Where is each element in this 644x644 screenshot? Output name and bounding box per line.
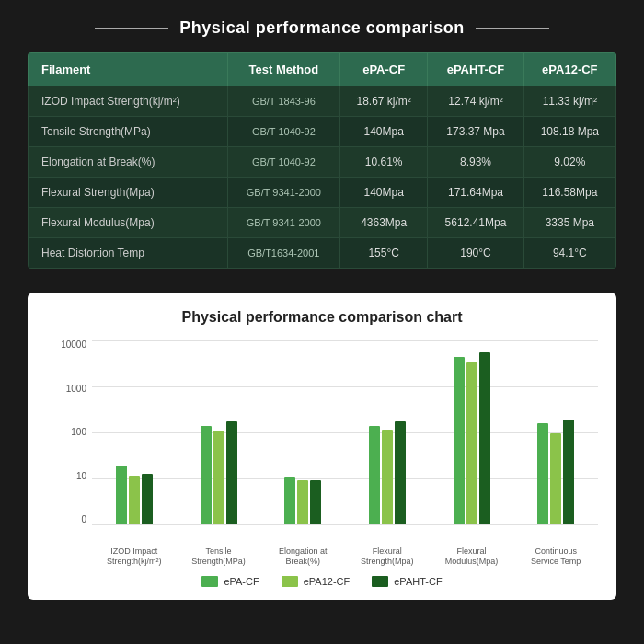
x-label: IZOD ImpactStrength(kj/m²) xyxy=(92,543,177,567)
table-row: Tensile Strength(MPa) GB/T 1040-92 140Mp… xyxy=(29,117,616,147)
cell-test-method: GB/T 1040-92 xyxy=(227,117,339,147)
cell-epaht-cf: 173.37 Mpa xyxy=(428,117,523,147)
bar-epa-cf xyxy=(369,426,380,524)
col-epa12-cf: ePA12-CF xyxy=(523,53,615,86)
table-row: IZOD Impact Strength(kj/m²) GB/T 1843-96… xyxy=(29,86,616,117)
cell-epaht-cf: 8.93% xyxy=(428,147,523,178)
legend-label-epa12-cf: ePA12-CF xyxy=(304,576,351,587)
legend-swatch-epa12-cf xyxy=(282,576,298,587)
bar-epaht-cf xyxy=(310,480,321,524)
bar-group xyxy=(92,340,177,524)
bar-group xyxy=(177,340,261,524)
title-line-right xyxy=(476,28,549,29)
chart-container: 10000 1000 100 10 0 xyxy=(46,340,598,543)
cell-test-method: GB/T 1040-92 xyxy=(227,147,339,178)
bar-epaht-cf xyxy=(479,352,490,524)
cell-test-method: GB/T1634-2001 xyxy=(227,238,339,269)
bar-group xyxy=(430,340,514,524)
cell-epa-cf: 140Mpa xyxy=(340,117,428,147)
cell-filament: Tensile Strength(MPa) xyxy=(29,117,228,147)
bar-epa-cf xyxy=(284,477,295,524)
bar-epaht-cf xyxy=(395,421,406,524)
cell-epaht-cf: 5612.41Mpa xyxy=(428,208,523,238)
grid-line-0 xyxy=(92,524,598,525)
cell-epa12-cf: 94.1°C xyxy=(523,238,615,269)
bar-epa-cf xyxy=(116,466,127,524)
cell-epa-cf: 10.61% xyxy=(340,147,428,178)
bar-epaht-cf xyxy=(142,474,153,524)
cell-epa12-cf: 116.58Mpa xyxy=(523,178,615,208)
cell-epa12-cf: 11.33 kj/m² xyxy=(523,86,615,117)
cell-epa-cf: 140Mpa xyxy=(340,178,428,208)
bar-epa12-cf xyxy=(382,430,393,524)
chart-title: Physical performance comparison chart xyxy=(46,309,598,326)
cell-test-method: GB/T 9341-2000 xyxy=(227,178,339,208)
col-epa-cf: ePA-CF xyxy=(340,53,428,86)
bar-epa12-cf xyxy=(466,362,477,524)
legend-swatch-epaht-cf xyxy=(372,576,388,587)
y-axis: 10000 1000 100 10 0 xyxy=(46,340,92,543)
cell-filament: Flexural Strength(Mpa) xyxy=(29,178,228,208)
cell-epaht-cf: 190°C xyxy=(428,238,523,269)
page-title: Physical performance comparison xyxy=(179,18,465,38)
x-label: FlexuralModulus(Mpa) xyxy=(430,543,514,567)
cell-epa12-cf: 108.18 Mpa xyxy=(523,117,615,147)
chart-inner xyxy=(92,340,598,543)
y-label-1000: 1000 xyxy=(66,385,86,394)
x-label: ContinuousService Temp xyxy=(513,543,598,567)
bar-group xyxy=(345,340,430,524)
table-header-row: Filament Test Method ePA-CF ePAHT-CF ePA… xyxy=(29,53,616,86)
cell-filament: Flexural Modulus(Mpa) xyxy=(29,208,228,238)
cell-epa-cf: 4363Mpa xyxy=(340,208,428,238)
table-row: Elongation at Break(%) GB/T 1040-92 10.6… xyxy=(29,147,616,178)
cell-filament: Elongation at Break(%) xyxy=(29,147,228,178)
legend-label-epaht-cf: ePAHT-CF xyxy=(394,576,442,587)
bar-epa12-cf xyxy=(129,476,140,524)
legend-epa-cf: ePA-CF xyxy=(201,576,259,587)
cell-test-method: GB/T 1843-96 xyxy=(227,86,339,117)
y-label-0: 0 xyxy=(81,515,86,524)
legend-epaht-cf: ePAHT-CF xyxy=(372,576,442,587)
chart-legend: ePA-CF ePA12-CF ePAHT-CF xyxy=(46,576,598,587)
bar-epa-cf xyxy=(454,357,465,524)
cell-epa12-cf: 3335 Mpa xyxy=(523,208,615,238)
cell-epa-cf: 18.67 kj/m² xyxy=(340,86,428,117)
bar-epa12-cf xyxy=(550,433,561,524)
cell-filament: Heat Distortion Temp xyxy=(29,238,228,269)
cell-epa12-cf: 9.02% xyxy=(523,147,615,178)
table-row: Flexural Modulus(Mpa) GB/T 9341-2000 436… xyxy=(29,208,616,238)
y-label-100: 100 xyxy=(71,428,86,437)
title-line-left xyxy=(95,28,168,29)
legend-swatch-epa-cf xyxy=(201,576,218,587)
cell-filament: IZOD Impact Strength(kj/m²) xyxy=(29,86,228,117)
bar-group xyxy=(260,340,345,524)
col-filament: Filament xyxy=(29,53,228,86)
bar-epaht-cf xyxy=(563,420,574,524)
bar-epa-cf xyxy=(537,423,548,524)
table-row: Heat Distortion Temp GB/T1634-2001 155°C… xyxy=(29,238,616,269)
col-epaht-cf: ePAHT-CF xyxy=(428,53,523,86)
performance-table-wrapper: Filament Test Method ePA-CF ePAHT-CF ePA… xyxy=(28,52,616,269)
top-section: Physical performance comparison Filament… xyxy=(28,18,616,278)
cell-epaht-cf: 171.64Mpa xyxy=(428,178,523,208)
cell-epa-cf: 155°C xyxy=(340,238,428,269)
bar-epa12-cf xyxy=(297,480,308,524)
x-label: FlexuralStrength(Mpa) xyxy=(345,543,430,567)
legend-label-epa-cf: ePA-CF xyxy=(224,576,259,587)
x-label: TensileStrength(MPa) xyxy=(177,543,261,567)
x-label: Elongation atBreak(%) xyxy=(260,543,345,567)
y-label-10000: 10000 xyxy=(61,340,86,350)
title-container: Physical performance comparison xyxy=(28,18,616,38)
performance-table: Filament Test Method ePA-CF ePAHT-CF ePA… xyxy=(28,52,616,269)
cell-test-method: GB/T 9341-2000 xyxy=(227,208,339,238)
bar-group xyxy=(513,340,598,524)
table-row: Flexural Strength(Mpa) GB/T 9341-2000 14… xyxy=(29,178,616,208)
x-labels: IZOD ImpactStrength(kj/m²)TensileStrengt… xyxy=(92,543,598,567)
legend-epa12-cf: ePA12-CF xyxy=(282,576,351,587)
cell-epaht-cf: 12.74 kj/m² xyxy=(428,86,523,117)
bar-epa12-cf xyxy=(213,431,224,524)
bar-epaht-cf xyxy=(226,421,237,524)
col-test-method: Test Method xyxy=(227,53,339,86)
bar-epa-cf xyxy=(201,426,212,524)
y-label-10: 10 xyxy=(76,472,86,481)
